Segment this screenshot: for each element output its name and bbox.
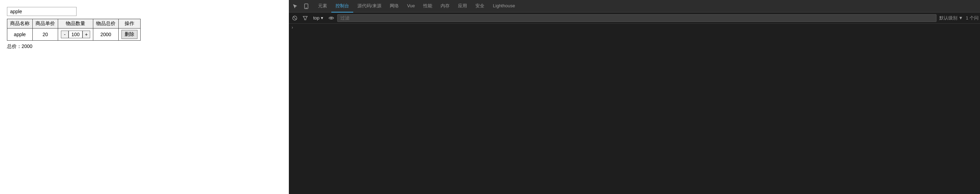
devtools-panel: 元素 控制台 源代码/来源 网络 Vue 性能 内存 应用 安全 Lightho…: [289, 0, 980, 194]
col-unit-price: 商品单价: [33, 19, 58, 29]
tab-security[interactable]: 安全: [471, 0, 488, 13]
delete-button[interactable]: 删除: [121, 30, 137, 39]
filter-toggle-button[interactable]: [301, 14, 310, 22]
context-chevron-icon: ▾: [321, 15, 323, 21]
search-input[interactable]: [7, 7, 76, 16]
app-area: 商品名称 商品单价 物品数量 物品总价 操作 apple 20 - +: [0, 0, 289, 57]
devtools-icon-group: [290, 2, 311, 11]
tab-vue[interactable]: Vue: [403, 0, 419, 13]
devtools-tab-bar: 元素 控制台 源代码/来源 网络 Vue 性能 内存 应用 安全 Lightho…: [289, 0, 980, 13]
device-icon[interactable]: [301, 2, 311, 11]
col-name: 商品名称: [7, 19, 33, 29]
tab-performance[interactable]: 性能: [419, 0, 436, 13]
total-price-text: 总价：2000: [7, 43, 282, 50]
col-quantity: 物品数量: [58, 19, 93, 29]
tab-application[interactable]: 应用: [454, 0, 471, 13]
svg-point-5: [331, 17, 332, 19]
console-content: ›: [289, 24, 980, 194]
tab-console[interactable]: 控制台: [331, 0, 353, 13]
qty-plus-button[interactable]: +: [83, 30, 90, 38]
table-header-row: 商品名称 商品单价 物品数量 物品总价 操作: [7, 19, 141, 29]
cell-name: apple: [7, 29, 33, 41]
console-toolbar: top ▾ 默认级别 ▼ 1 个问: [289, 13, 980, 24]
console-filter-input[interactable]: [337, 14, 937, 22]
svg-line-3: [293, 17, 296, 19]
clear-console-button[interactable]: [290, 14, 299, 22]
cell-total-price: 2000: [93, 29, 119, 41]
browser-content: 商品名称 商品单价 物品数量 物品总价 操作 apple 20 - +: [0, 0, 289, 194]
eye-icon-button[interactable]: [327, 14, 336, 22]
inspect-icon[interactable]: [290, 2, 300, 11]
qty-input[interactable]: [68, 30, 83, 38]
context-label: top: [313, 15, 320, 21]
qty-minus-button[interactable]: -: [61, 30, 68, 38]
tab-lighthouse[interactable]: Lighthouse: [488, 0, 519, 13]
cell-unit-price: 20: [33, 29, 58, 41]
product-table: 商品名称 商品单价 物品数量 物品总价 操作 apple 20 - +: [7, 19, 141, 41]
col-action: 操作: [119, 19, 141, 29]
tab-elements[interactable]: 元素: [314, 0, 331, 13]
context-dropdown[interactable]: top ▾: [311, 14, 325, 21]
expand-arrow[interactable]: ›: [289, 24, 980, 31]
tab-network[interactable]: 网络: [386, 0, 403, 13]
svg-marker-4: [303, 16, 307, 20]
col-total-price: 物品总价: [93, 19, 119, 29]
issues-badge: 1 个问: [966, 15, 978, 21]
tab-sources[interactable]: 源代码/来源: [353, 0, 386, 13]
table-row: apple 20 - + 2000 删除: [7, 29, 141, 41]
qty-control: - +: [61, 30, 90, 38]
tab-memory[interactable]: 内存: [436, 0, 454, 13]
level-dropdown[interactable]: 默认级别 ▼: [938, 14, 964, 22]
cell-action: 删除: [119, 29, 141, 41]
cell-quantity: - +: [58, 29, 93, 41]
